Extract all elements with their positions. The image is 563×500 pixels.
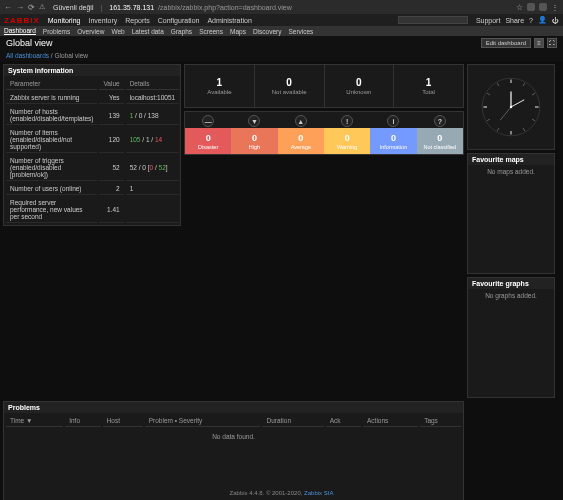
- user-icon[interactable]: 👤: [538, 16, 547, 24]
- breadcrumb-root[interactable]: All dashboards: [6, 52, 49, 59]
- table-row: Number of items (enabled/disabled/not su…: [6, 127, 179, 153]
- analog-clock: [481, 77, 541, 137]
- system-info-widget: System information Parameter Value Detai…: [3, 64, 181, 226]
- svg-line-9: [497, 128, 499, 131]
- subnav-screens[interactable]: Screens: [199, 28, 223, 35]
- breadcrumb: All dashboards / Global view: [0, 50, 563, 61]
- col-ack[interactable]: Ack: [326, 415, 361, 427]
- share-link[interactable]: Share: [505, 17, 524, 24]
- subnav-services[interactable]: Services: [288, 28, 313, 35]
- svg-line-12: [497, 83, 499, 86]
- second-hand: [500, 107, 511, 120]
- favourite-maps-title: Favourite maps: [468, 154, 554, 165]
- avatar-icon[interactable]: [539, 3, 547, 11]
- url-path[interactable]: /zabbix/zabbix.php?action=dashboard.view: [158, 4, 292, 11]
- url-host[interactable]: 161.35.78.131: [109, 4, 154, 11]
- subnav-discovery[interactable]: Discovery: [253, 28, 282, 35]
- favourite-graphs-title: Favourite graphs: [468, 278, 554, 289]
- nav-monitoring[interactable]: Monitoring: [48, 17, 81, 24]
- col-info[interactable]: Info: [65, 415, 100, 427]
- summary-available: 1Available: [185, 65, 255, 107]
- insecure-icon: ⚠: [39, 3, 45, 11]
- col-details: Details: [126, 78, 180, 90]
- col-parameter: Parameter: [6, 78, 97, 90]
- menu-icon[interactable]: ⋮: [551, 3, 559, 12]
- col-actions[interactable]: Actions: [363, 415, 418, 427]
- summary-unknown: 0Unknown: [325, 65, 395, 107]
- table-row: Number of triggers (enabled/disabled [pr…: [6, 155, 179, 181]
- subnav-overview[interactable]: Overview: [77, 28, 104, 35]
- footer-link[interactable]: Zabbix SIA: [304, 490, 333, 496]
- problems-nodata: No data found.: [4, 429, 463, 444]
- col-tags[interactable]: Tags: [420, 415, 461, 427]
- kiosk-view-icon[interactable]: ⛶: [547, 38, 557, 48]
- top-nav: ZABBIX MonitoringInventoryReportsConfigu…: [0, 14, 563, 26]
- url-separator: |: [100, 4, 102, 11]
- sub-nav: DashboardProblemsOverviewWebLatest dataG…: [0, 26, 563, 36]
- forward-icon[interactable]: →: [16, 3, 24, 12]
- logout-icon[interactable]: ⏻: [552, 17, 559, 24]
- subnav-latest-data[interactable]: Latest data: [132, 28, 164, 35]
- problems-title: Problems: [4, 402, 463, 413]
- svg-line-6: [532, 93, 535, 95]
- subnav-maps[interactable]: Maps: [230, 28, 246, 35]
- nav-administration[interactable]: Administration: [207, 17, 251, 24]
- summary-not-available: 0Not available: [255, 65, 325, 107]
- security-label: Güvenli değil: [53, 4, 93, 11]
- subnav-dashboard[interactable]: Dashboard: [4, 27, 36, 35]
- extension-icon[interactable]: [527, 3, 535, 11]
- table-row: Number of users (online)21: [6, 183, 179, 195]
- col-duration[interactable]: Duration: [262, 415, 323, 427]
- table-row: Number of hosts (enabled/disabled/templa…: [6, 106, 179, 125]
- breadcrumb-current: Global view: [54, 52, 88, 59]
- severity-information[interactable]: i0Information: [370, 112, 416, 154]
- svg-line-11: [487, 93, 490, 95]
- favourite-maps-widget: Favourite maps No maps added.: [467, 153, 555, 274]
- search-input[interactable]: [398, 16, 468, 24]
- col-problem[interactable]: Problem • Severity: [145, 415, 261, 427]
- help-icon[interactable]: ?: [529, 17, 533, 24]
- page-title: Global view: [6, 38, 53, 48]
- nav-inventory[interactable]: Inventory: [88, 17, 117, 24]
- host-availability-widget: 1Available0Not available0Unknown1Total: [184, 64, 464, 108]
- system-info-title: System information: [4, 65, 180, 76]
- logo[interactable]: ZABBIX: [4, 16, 40, 25]
- support-link[interactable]: Support: [476, 17, 501, 24]
- severity-high[interactable]: ▼0High: [231, 112, 277, 154]
- problems-by-severity-widget: —0Disaster▼0High▲0Average!0Warningi0Info…: [184, 111, 464, 155]
- svg-line-10: [487, 119, 490, 121]
- browser-chrome-bar: ← → ⟳ ⚠ Güvenli değil | 161.35.78.131 /z…: [0, 0, 563, 14]
- star-icon[interactable]: ☆: [516, 3, 523, 12]
- system-info-table: Parameter Value Details Zabbix server is…: [4, 76, 181, 225]
- svg-line-5: [523, 83, 525, 86]
- subnav-problems[interactable]: Problems: [43, 28, 70, 35]
- severity-disaster[interactable]: —0Disaster: [185, 112, 231, 154]
- list-view-icon[interactable]: ≡: [534, 38, 544, 48]
- svg-line-7: [532, 119, 535, 121]
- problems-widget: Problems Time ▼InfoHostProblem • Severit…: [3, 401, 464, 500]
- favourite-maps-body: No maps added.: [468, 165, 554, 273]
- severity-warning[interactable]: !0Warning: [324, 112, 370, 154]
- severity-average[interactable]: ▲0Average: [278, 112, 324, 154]
- footer: Zabbix 4.4.8. © 2001-2020, Zabbix SIA: [0, 490, 563, 496]
- table-row: Zabbix server is runningYeslocalhost:100…: [6, 92, 179, 104]
- severity-not-classified[interactable]: ?0Not classified: [417, 112, 463, 154]
- reload-icon[interactable]: ⟳: [28, 3, 35, 12]
- nav-reports[interactable]: Reports: [125, 17, 150, 24]
- back-icon[interactable]: ←: [4, 3, 12, 12]
- col-time[interactable]: Time ▼: [6, 415, 63, 427]
- subnav-web[interactable]: Web: [111, 28, 124, 35]
- favourite-graphs-body: No graphs added.: [468, 289, 554, 397]
- minute-hand: [511, 100, 524, 107]
- svg-point-13: [510, 106, 512, 108]
- subnav-graphs[interactable]: Graphs: [171, 28, 192, 35]
- table-row: Required server performance, new values …: [6, 197, 179, 223]
- col-value: Value: [99, 78, 123, 90]
- edit-dashboard-button[interactable]: Edit dashboard: [481, 38, 531, 48]
- summary-total: 1Total: [394, 65, 463, 107]
- col-host[interactable]: Host: [103, 415, 143, 427]
- favourite-graphs-widget: Favourite graphs No graphs added.: [467, 277, 555, 398]
- svg-line-8: [523, 128, 525, 131]
- clock-widget: [467, 64, 555, 150]
- nav-configuration[interactable]: Configuration: [158, 17, 200, 24]
